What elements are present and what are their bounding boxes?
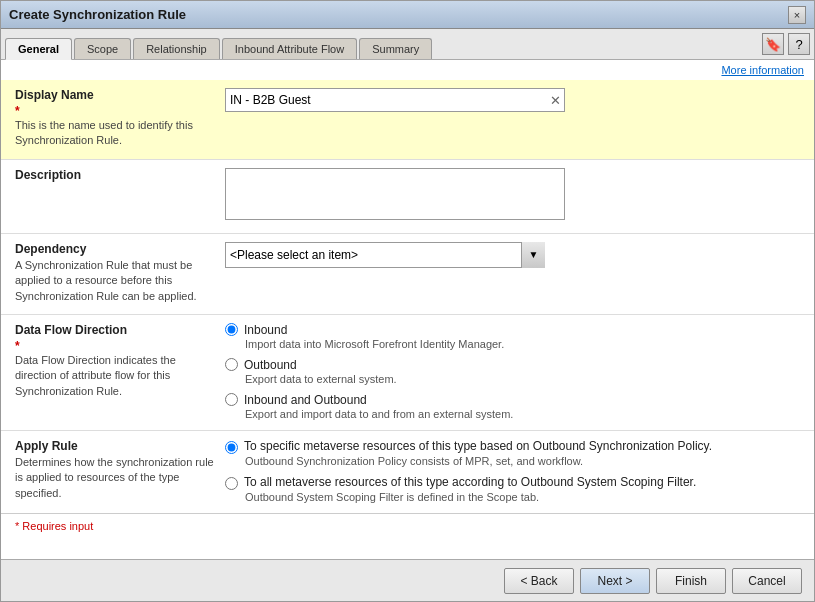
radio-outbound-desc: Export data to external system. (245, 373, 800, 385)
display-name-desc: This is the name used to identify this S… (15, 118, 215, 149)
tabs-container: General Scope Relationship Inbound Attri… (5, 38, 432, 59)
radio-all-desc: Outbound System Scoping Filter is define… (245, 491, 800, 503)
display-name-input[interactable] (225, 88, 565, 112)
data-flow-desc: Data Flow Direction indicates the direct… (15, 353, 215, 399)
description-control (225, 168, 800, 223)
help-icon-btn[interactable]: ? (788, 33, 810, 55)
dependency-section: Dependency A Synchronization Rule that m… (1, 234, 814, 315)
back-button[interactable]: < Back (504, 568, 574, 594)
display-name-required: * (15, 104, 215, 118)
data-flow-radio-group: Inbound Import data into Microsoft Foref… (225, 323, 800, 420)
radio-item-outbound: Outbound Export data to external system. (225, 358, 800, 385)
data-flow-control: Inbound Import data into Microsoft Foref… (225, 323, 800, 420)
radio-all-label: To all metaverse resources of this type … (244, 475, 696, 489)
display-name-section: Display Name * This is the name used to … (1, 80, 814, 160)
close-button[interactable]: × (788, 6, 806, 24)
radio-inbound[interactable] (225, 323, 238, 336)
tab-general[interactable]: General (5, 38, 72, 60)
description-section: Description (1, 160, 814, 234)
radio-item-inbound-outbound: Inbound and Outbound Export and import d… (225, 393, 800, 420)
data-flow-section: Data Flow Direction * Data Flow Directio… (1, 315, 814, 431)
radio-inbound-outbound-label: Inbound and Outbound (244, 393, 367, 407)
cancel-button[interactable]: Cancel (732, 568, 802, 594)
apply-rule-control: To specific metaverse resources of this … (225, 439, 800, 503)
display-name-label: Display Name (15, 88, 215, 102)
tab-summary[interactable]: Summary (359, 38, 432, 59)
description-label: Description (15, 168, 215, 182)
apply-rule-radio-group: To specific metaverse resources of this … (225, 439, 800, 503)
display-name-clear-btn[interactable]: ✕ (550, 94, 561, 107)
dependency-desc: A Synchronization Rule that must be appl… (15, 258, 215, 304)
next-button[interactable]: Next > (580, 568, 650, 594)
display-name-control: ✕ (225, 88, 800, 112)
bookmark-icon-btn[interactable]: 🔖 (762, 33, 784, 55)
radio-item-specific: To specific metaverse resources of this … (225, 439, 800, 467)
apply-rule-section: Apply Rule Determines how the synchroniz… (1, 431, 814, 513)
tab-bar-actions: 🔖 ? (762, 33, 810, 55)
footer-bar: < Back Next > Finish Cancel (1, 559, 814, 601)
title-bar: Create Synchronization Rule × (1, 1, 814, 29)
finish-button[interactable]: Finish (656, 568, 726, 594)
radio-item-all: To all metaverse resources of this type … (225, 475, 800, 503)
radio-specific[interactable] (225, 441, 238, 454)
radio-inbound-desc: Import data into Microsoft Forefront Ide… (245, 338, 800, 350)
requires-input: * Requires input (1, 513, 814, 538)
radio-specific-desc: Outbound Synchronization Policy consists… (245, 455, 800, 467)
dependency-label-col: Dependency A Synchronization Rule that m… (15, 242, 215, 304)
radio-inbound-outbound[interactable] (225, 393, 238, 406)
radio-specific-label: To specific metaverse resources of this … (244, 439, 712, 453)
radio-outbound[interactable] (225, 358, 238, 371)
dependency-select[interactable]: <Please select an item> (225, 242, 545, 268)
radio-item-inbound: Inbound Import data into Microsoft Foref… (225, 323, 800, 350)
apply-rule-label-col: Apply Rule Determines how the synchroniz… (15, 439, 215, 501)
dependency-control: <Please select an item> ▼ (225, 242, 800, 268)
radio-all[interactable] (225, 477, 238, 490)
data-flow-label-col: Data Flow Direction * Data Flow Directio… (15, 323, 215, 399)
tab-inbound-attr-flow[interactable]: Inbound Attribute Flow (222, 38, 357, 59)
data-flow-label: Data Flow Direction (15, 323, 215, 337)
apply-rule-label: Apply Rule (15, 439, 215, 453)
tab-relationship[interactable]: Relationship (133, 38, 220, 59)
tab-bar: General Scope Relationship Inbound Attri… (1, 29, 814, 60)
description-input[interactable] (225, 168, 565, 220)
tab-scope[interactable]: Scope (74, 38, 131, 59)
radio-inbound-outbound-desc: Export and import data to and from an ex… (245, 408, 800, 420)
dialog-title: Create Synchronization Rule (9, 7, 186, 22)
data-flow-required: * (15, 339, 215, 353)
display-name-input-wrapper: ✕ (225, 88, 565, 112)
dialog: Create Synchronization Rule × General Sc… (0, 0, 815, 602)
description-label-col: Description (15, 168, 215, 184)
content-area: More information Display Name * This is … (1, 60, 814, 559)
more-info-link[interactable]: More information (1, 60, 814, 80)
dependency-label: Dependency (15, 242, 215, 256)
apply-rule-desc: Determines how the synchronization rule … (15, 455, 215, 501)
radio-outbound-label: Outbound (244, 358, 297, 372)
radio-inbound-label: Inbound (244, 323, 287, 337)
display-name-label-col: Display Name * This is the name used to … (15, 88, 215, 149)
dependency-select-wrapper: <Please select an item> ▼ (225, 242, 545, 268)
